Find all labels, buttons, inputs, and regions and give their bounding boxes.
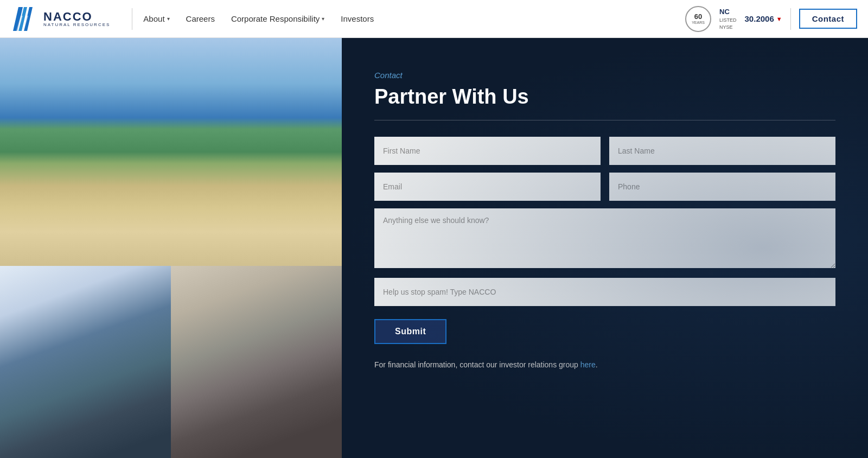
- name-row: [374, 137, 835, 165]
- photo-bottom-left: [0, 266, 171, 458]
- message-textarea[interactable]: [374, 208, 835, 268]
- contact-section-label: Contact: [374, 71, 835, 80]
- logo[interactable]: NACCO NATURAL RESOURCES: [11, 5, 110, 33]
- contact-button[interactable]: Contact: [799, 9, 857, 29]
- corporate-chevron-icon: ▾: [322, 16, 324, 22]
- first-name-input[interactable]: [374, 137, 601, 165]
- site-header: NACCO NATURAL RESOURCES About ▾ Careers …: [0, 0, 868, 38]
- phone-input[interactable]: [609, 173, 835, 201]
- nyse-info: NC LISTED NYSE: [719, 7, 737, 30]
- form-title: Partner With Us: [374, 85, 835, 109]
- nacco-logo-icon: [11, 5, 39, 33]
- logo-text: NACCO NATURAL RESOURCES: [43, 11, 110, 27]
- header-right: 60 YEARS NC LISTED NYSE 30.2006 ▼ Contac…: [685, 6, 857, 32]
- main-content: Contact Partner With Us Submit For finan…: [0, 38, 868, 458]
- last-name-input[interactable]: [609, 137, 835, 165]
- nav-investors[interactable]: Investors: [341, 14, 374, 23]
- nav-about[interactable]: About ▾: [143, 14, 169, 23]
- contact-row: [374, 173, 835, 201]
- anniversary-badge: 60 YEARS: [685, 6, 711, 32]
- photo-grid: [0, 38, 342, 458]
- email-input[interactable]: [374, 173, 601, 201]
- worker-photo: [171, 266, 342, 458]
- nav-corporate-responsibility[interactable]: Corporate Responsibility ▾: [231, 14, 324, 23]
- lake-photo: [0, 38, 342, 266]
- stock-down-arrow-icon: ▼: [776, 16, 782, 22]
- main-nav: About ▾ Careers Corporate Responsibility…: [143, 14, 685, 23]
- logo-sub-label: NATURAL RESOURCES: [43, 23, 110, 27]
- stock-price[interactable]: 30.2006 ▼: [745, 14, 782, 23]
- photo-bottom-right: [171, 266, 342, 458]
- contact-form-section: Contact Partner With Us Submit For finan…: [342, 38, 868, 458]
- mining-equipment-photo: [0, 266, 171, 458]
- logo-nacco-label: NACCO: [43, 11, 110, 23]
- investor-info-text: For financial information, contact our i…: [374, 360, 835, 369]
- title-divider: [374, 120, 835, 120]
- nav-careers[interactable]: Careers: [186, 14, 215, 23]
- investor-relations-link[interactable]: here: [580, 360, 596, 369]
- partner-form: Submit: [374, 137, 835, 344]
- photo-top: [0, 38, 342, 266]
- submit-button[interactable]: Submit: [374, 319, 446, 344]
- about-chevron-icon: ▾: [167, 16, 170, 22]
- header-divider-left: [132, 8, 132, 30]
- header-divider-right: [790, 8, 791, 30]
- spam-input[interactable]: [374, 278, 835, 306]
